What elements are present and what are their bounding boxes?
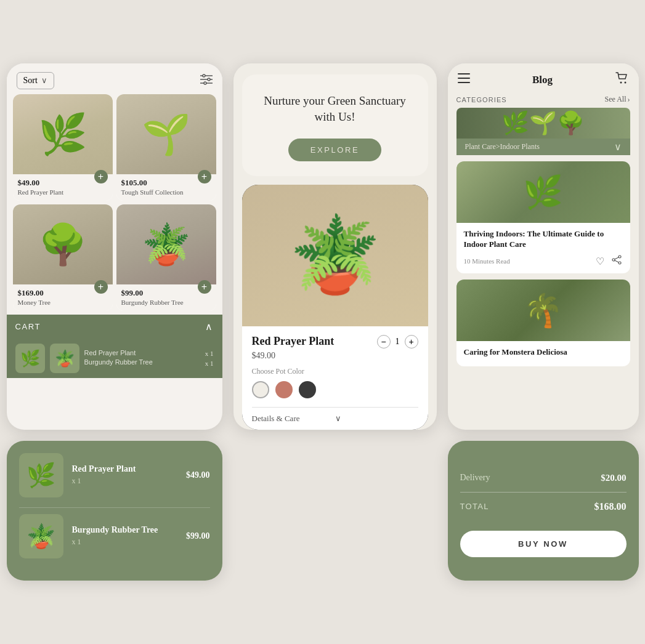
- quantity-value: 1: [396, 337, 400, 347]
- cart-detail-price: $99.00: [186, 531, 210, 541]
- article-body: Caring for Monstera Deliciosa: [456, 341, 630, 366]
- cart-bar[interactable]: CART ∧: [7, 315, 222, 339]
- swatch-white[interactable]: [252, 381, 269, 398]
- menu-icon[interactable]: [458, 73, 470, 86]
- cart-item-thumb: 🪴: [50, 344, 79, 373]
- product-name: Burgundy Rubber Tree: [121, 299, 211, 306]
- cart-detail-name: Red Prayer Plant: [72, 464, 178, 474]
- share-button[interactable]: [611, 254, 623, 268]
- cart-detail-thumb: 🪴: [19, 514, 63, 558]
- article-meta: 10 Minutes Read ♡: [464, 254, 623, 268]
- cart-icon[interactable]: [615, 72, 629, 87]
- product-image: 🌳: [13, 204, 113, 284]
- detail-body: Red Prayer Plant − 1 + $49.00 Choose Pot…: [242, 326, 428, 430]
- screen-grid: Sort ∨ 🌿 $49.00: [7, 63, 639, 580]
- product-name: Red Prayer Plant: [18, 188, 108, 196]
- product-price: $49.00: [18, 178, 108, 188]
- svg-rect-7: [458, 78, 470, 79]
- cart-item-text: Red Prayer Plant Burgundy Rubber Tree: [84, 349, 153, 368]
- buy-now-button[interactable]: BUY NOW: [460, 531, 627, 557]
- sort-dropdown[interactable]: Sort ∨: [17, 72, 54, 89]
- article-image: 🌿: [456, 161, 630, 223]
- read-time: 10 Minutes Read: [464, 257, 594, 265]
- svg-line-15: [615, 260, 619, 262]
- chevron-right-icon: ›: [628, 95, 630, 104]
- product-image: 🌿: [13, 94, 113, 174]
- product-card: 🪴 $99.00 Burgundy Rubber Tree +: [116, 204, 216, 311]
- add-to-cart-button[interactable]: +: [198, 170, 211, 183]
- cart-detail-thumb: 🌿: [19, 453, 63, 497]
- see-all-label: See All: [605, 95, 627, 104]
- category-image: 🌿🌱🌳: [456, 108, 630, 139]
- svg-point-11: [619, 256, 621, 258]
- checkout-total-row: TOTAL $168.00: [460, 495, 627, 518]
- swatch-pink[interactable]: [275, 381, 293, 398]
- svg-point-12: [619, 262, 621, 264]
- breadcrumb-bar: Plant Care>Indoor Plants ∨: [456, 139, 630, 155]
- cart-item-qty-2: x 1: [205, 360, 214, 367]
- delivery-value: $20.00: [601, 473, 626, 483]
- article-body: Thriving Indoors: The Ultimate Guide to …: [456, 223, 630, 273]
- svg-point-13: [612, 259, 615, 261]
- total-label: TOTAL: [460, 502, 489, 511]
- quantity-plus-button[interactable]: +: [405, 335, 418, 348]
- product-name: Money Tree: [18, 299, 108, 306]
- cart-detail-item: 🌿 Red Prayer Plant x 1 $49.00: [19, 453, 210, 497]
- breadcrumb-text: Plant Care>Indoor Plants: [465, 142, 540, 151]
- shop-header: Sort ∨: [7, 63, 222, 94]
- like-button[interactable]: ♡: [594, 254, 606, 268]
- detail-price: $49.00: [252, 351, 418, 361]
- filter-icon[interactable]: [200, 74, 213, 88]
- cart-detail-qty: x 1: [72, 537, 178, 547]
- product-price: $105.00: [121, 178, 211, 188]
- phone-shop: Sort ∨ 🌿 $49.00: [7, 63, 222, 429]
- chevron-down-icon: ∨: [614, 141, 622, 153]
- product-image: 🌱: [116, 94, 216, 174]
- svg-rect-8: [458, 82, 470, 83]
- article-title: Caring for Monstera Deliciosa: [464, 347, 623, 358]
- product-name: Tough Stuff Collection: [121, 188, 211, 196]
- svg-point-9: [620, 82, 622, 84]
- cart-detail-price: $49.00: [186, 470, 210, 480]
- article-image: 🌴: [456, 280, 630, 341]
- add-to-cart-button[interactable]: +: [94, 170, 108, 183]
- cart-item-qty-1: x 1: [205, 350, 214, 357]
- svg-point-3: [203, 74, 205, 77]
- hero-card: Nurture your Green Sanctuary with Us! EX…: [242, 74, 428, 175]
- chevron-down-icon: ∨: [41, 76, 47, 86]
- hero-headline: Nurture your Green Sanctuary with Us!: [254, 93, 416, 124]
- add-to-cart-button[interactable]: +: [94, 280, 108, 294]
- cart-detail-name: Burgundy Rubber Tree: [72, 525, 178, 535]
- cart-item-thumb: 🌿: [15, 344, 45, 373]
- blog-header: Blog: [448, 63, 639, 92]
- explore-button[interactable]: EXPLORE: [288, 139, 382, 161]
- cart-divider: [19, 507, 210, 508]
- quantity-minus-button[interactable]: −: [377, 335, 391, 348]
- details-care-row[interactable]: Details & Care ∨: [252, 407, 418, 424]
- blog-article[interactable]: 🌴 Caring for Monstera Deliciosa: [456, 280, 630, 366]
- article-actions: ♡: [594, 254, 623, 268]
- swatch-dark[interactable]: [299, 381, 316, 398]
- categories-label: CATEGORIES: [456, 96, 507, 103]
- product-card: 🌿 $49.00 Red Prayer Plant +: [13, 94, 113, 201]
- product-card: 🌱 $105.00 Tough Stuff Collection +: [116, 94, 216, 201]
- cart-detail-info: Red Prayer Plant x 1: [72, 464, 178, 486]
- sort-label: Sort: [23, 76, 38, 86]
- cart-detail-info: Burgundy Rubber Tree x 1: [72, 525, 178, 547]
- product-card: 🌳 $169.00 Money Tree +: [13, 204, 113, 311]
- cart-bar-label: CART: [15, 322, 205, 331]
- svg-point-10: [624, 82, 626, 84]
- checkout-divider: [460, 492, 627, 493]
- cart-detail-qty: x 1: [72, 477, 178, 486]
- color-label: Choose Pot Color: [252, 367, 418, 376]
- cart-item-name-1: Red Prayer Plant: [84, 349, 153, 356]
- chevron-down-icon: ∨: [335, 414, 418, 424]
- total-value: $168.00: [594, 501, 627, 512]
- blog-categories: CATEGORIES See All ›: [448, 92, 639, 108]
- see-all-button[interactable]: See All ›: [605, 95, 630, 104]
- add-to-cart-button[interactable]: +: [198, 280, 211, 294]
- cart-detail-item: 🪴 Burgundy Rubber Tree x 1 $99.00: [19, 514, 210, 558]
- color-swatches: [252, 381, 418, 398]
- product-price: $169.00: [18, 288, 108, 298]
- blog-article[interactable]: 🌿 Thriving Indoors: The Ultimate Guide t…: [456, 161, 630, 273]
